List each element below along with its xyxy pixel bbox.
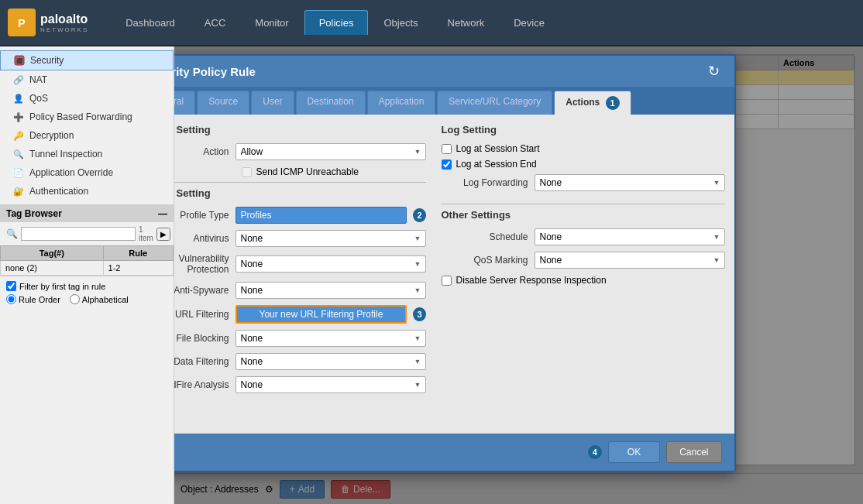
data-select-wrapper[interactable]: None: [236, 353, 426, 370]
dialog-footer: 4 OK Cancel: [174, 434, 734, 471]
action-select[interactable]: Allow Deny Drop: [236, 143, 426, 160]
logo-sub: NETWORKS: [40, 26, 88, 33]
url-filter-input[interactable]: [236, 305, 407, 324]
schedule-select[interactable]: None: [535, 228, 725, 245]
profile-type-input[interactable]: [236, 207, 407, 224]
tab-application[interactable]: Application: [367, 91, 436, 115]
ok-button[interactable]: OK: [608, 441, 660, 463]
tab-policies[interactable]: Policies: [304, 10, 369, 35]
tag-browser-minimize[interactable]: —: [158, 208, 167, 219]
log-start-checkbox[interactable]: [442, 144, 452, 154]
logo-text: paloalto: [40, 12, 88, 26]
tab-user[interactable]: User: [251, 91, 294, 115]
file-select[interactable]: None: [236, 330, 426, 347]
profile-setting-title: Profile Setting: [174, 187, 426, 199]
sidebar-item-appoverride[interactable]: 📄 Application Override: [0, 163, 174, 182]
tag-table: Tag(#) Rule none (2) 1-2: [0, 245, 174, 276]
logo-area: P paloalto NETWORKS: [8, 9, 88, 36]
action-row: Action Allow Deny Drop: [174, 143, 426, 160]
log-forwarding-select-wrapper[interactable]: None: [535, 174, 725, 191]
dialog-close-button[interactable]: ↻: [705, 62, 724, 81]
filter-first-tag-checkbox[interactable]: [6, 281, 16, 291]
tag-search-input[interactable]: [21, 227, 136, 241]
log-end-row: Log at Session End: [442, 159, 725, 170]
schedule-label: Schedule: [442, 231, 535, 242]
sidebar-item-qos[interactable]: 👤 QoS: [0, 89, 174, 108]
antivirus-select[interactable]: None: [236, 230, 426, 247]
antispyware-select-wrapper[interactable]: None: [236, 282, 426, 299]
profile-type-label: Profile Type: [174, 210, 236, 221]
data-select[interactable]: None: [236, 353, 426, 370]
action-select-wrapper[interactable]: Allow Deny Drop: [236, 143, 426, 160]
action-label: Action: [174, 146, 236, 157]
tab-actions[interactable]: Actions 1: [554, 91, 631, 115]
radio-rule-order-label: Rule Order: [19, 295, 60, 304]
tag-nav-btn[interactable]: ▶: [156, 228, 170, 241]
sidebar: ⬛ Security 🔗 NAT 👤 QoS ➕ Policy Based Fo…: [0, 46, 174, 504]
action-setting-title: Action Setting: [174, 124, 426, 135]
tab-service-url[interactable]: Service/URL Category: [437, 91, 552, 115]
tab-network[interactable]: Network: [434, 10, 499, 35]
sidebar-item-decryption[interactable]: 🔑 Decryption: [0, 126, 174, 145]
qos-icon: 👤: [12, 92, 25, 105]
filter-label: Filter by first tag in rule: [19, 282, 105, 291]
cancel-button[interactable]: Cancel: [666, 441, 721, 463]
vuln-select[interactable]: None: [236, 255, 426, 273]
dialog-body: Action Setting Action Allow Deny Drop: [174, 115, 734, 434]
schedule-select-wrapper[interactable]: None: [535, 228, 725, 245]
log-forwarding-label: Log Forwarding: [442, 177, 535, 188]
auth-icon: 🔐: [12, 185, 25, 197]
radio-rule-order[interactable]: Rule Order: [6, 294, 60, 304]
sidebar-item-pbf[interactable]: ➕ Policy Based Forwarding: [0, 108, 174, 126]
send-icmp-checkbox[interactable]: [242, 167, 252, 177]
dialog-tabs: General Source User Destination Applicat…: [174, 87, 734, 115]
tab-objects[interactable]: Objects: [370, 10, 432, 35]
data-label: Data Filtering: [174, 356, 236, 367]
sidebar-item-tunnel[interactable]: 🔍 Tunnel Inspection: [0, 145, 174, 163]
footer-badge: 4: [588, 445, 602, 459]
dialog-title-bar: Security Policy Rule ↻: [174, 56, 734, 87]
sidebar-item-nat[interactable]: 🔗 NAT: [0, 70, 174, 89]
vuln-row: VulnerabilityProtection None: [174, 253, 426, 276]
send-icmp-row: Send ICMP Unreachable: [174, 166, 426, 177]
tag-value: none (2): [1, 261, 104, 276]
dialog-overlay: Security Policy Rule ↻ General Source Us…: [174, 46, 863, 504]
content-area: Name Source Destination Application Serv…: [174, 46, 863, 504]
sidebar-item-security[interactable]: ⬛ Security: [0, 50, 174, 70]
sidebar-item-auth[interactable]: 🔐 Authentication: [0, 182, 174, 201]
qos-select-wrapper[interactable]: None: [535, 252, 725, 269]
pbf-icon: ➕: [12, 111, 25, 123]
qos-select[interactable]: None: [535, 252, 725, 269]
vuln-select-wrapper[interactable]: None: [236, 255, 426, 273]
tab-monitor[interactable]: Monitor: [241, 10, 302, 35]
other-settings-title: Other Settings: [442, 209, 725, 221]
tab-general[interactable]: General: [174, 91, 195, 115]
wildfire-label: WildFire Analysis: [174, 379, 236, 390]
antivirus-select-wrapper[interactable]: None: [236, 230, 426, 247]
disable-server-checkbox[interactable]: [442, 276, 452, 286]
send-icmp-label: Send ICMP Unreachable: [256, 166, 359, 177]
log-end-checkbox[interactable]: [442, 159, 452, 170]
data-filtering-row: Data Filtering None: [174, 353, 426, 370]
qos-label: QoS Marking: [442, 255, 535, 266]
tab-device[interactable]: Device: [500, 10, 559, 35]
search-icon: 🔍: [6, 228, 18, 239]
antispyware-select[interactable]: None: [236, 282, 426, 299]
disable-server-row: Disable Server Response Inspection: [442, 275, 725, 286]
sidebar-item-security-label: Security: [30, 55, 64, 66]
log-forwarding-select[interactable]: None: [535, 174, 725, 191]
tab-destination[interactable]: Destination: [296, 91, 366, 115]
disable-server-label: Disable Server Response Inspection: [456, 275, 607, 286]
sidebar-item-nat-label: NAT: [29, 74, 47, 85]
file-select-wrapper[interactable]: None: [236, 330, 426, 347]
tag-row: none (2) 1-2: [1, 261, 174, 276]
wildfire-row: WildFire Analysis None: [174, 376, 426, 393]
dialog-title: Security Policy Rule: [174, 65, 256, 78]
tab-dashboard[interactable]: Dashboard: [112, 10, 189, 35]
tab-acc[interactable]: ACC: [191, 10, 239, 35]
radio-alphabetical[interactable]: Alphabetical: [70, 294, 129, 304]
wildfire-select[interactable]: None: [236, 376, 426, 393]
tab-source[interactable]: Source: [197, 91, 249, 115]
wildfire-select-wrapper[interactable]: None: [236, 376, 426, 393]
tag-col-rule: Rule: [103, 246, 173, 261]
